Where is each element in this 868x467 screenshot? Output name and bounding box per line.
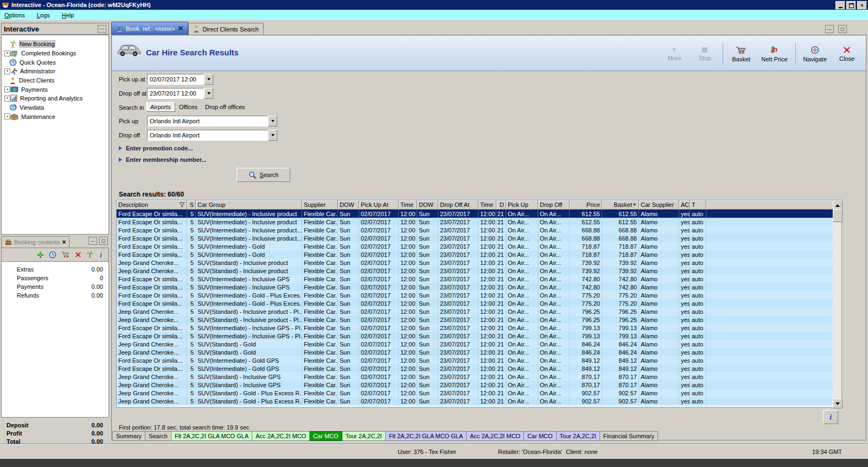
scrollbar-thumb[interactable] [833,209,843,222]
bottom-tab-car-mco[interactable]: Car MCO [524,431,556,441]
booking-panel-maximize-icon[interactable]: ▢ [99,237,108,245]
sidebar-item-viewdata[interactable]: Viewdata [2,103,108,112]
info-icon[interactable]: i [99,251,103,258]
dropoff-field[interactable]: Orlando Intl Airport [147,130,277,141]
table-row[interactable]: Ford Escape Or simila...5SUV(Intermediat… [117,299,833,307]
column-header-dow[interactable]: DOW [338,200,359,210]
table-row[interactable]: Jeep Grand Cheroke...5SUV(Standard) - In… [117,373,833,381]
minimize-button[interactable] [835,1,845,10]
column-header-price[interactable]: Price [570,200,602,210]
bottom-tab-car-mco[interactable]: Car MCO [310,431,342,441]
column-header-supplier[interactable]: Supplier [302,200,338,210]
column-header-s[interactable]: S [187,200,196,210]
search-in-tab-airports[interactable]: Airports [146,102,175,112]
table-row[interactable]: Ford Escape Or simila...5SUV(Intermediat… [117,210,833,218]
column-header-time[interactable]: Time [399,200,417,210]
quick-quote-icon[interactable] [49,251,56,258]
sidebar-item-payments[interactable]: +$Payments [2,85,108,94]
expand-icon[interactable]: + [4,51,10,56]
column-header-t[interactable]: T [690,200,706,210]
table-row[interactable]: Jeep Grand Cheroke...5SUV(Standard) - In… [117,315,833,324]
expand-icon[interactable]: + [4,68,10,74]
bottom-tab-tour-2a-2c-2i[interactable]: Tour 2A,2C,2I [342,431,386,441]
bottom-tab-flt-2a-2c-2i-gla-mco-gla[interactable]: Flt 2A,2C,2I GLA MCO GLA [171,431,252,441]
sidebar-item-quick-quotes[interactable]: Quick Quotes [2,58,108,67]
table-row[interactable]: Jeep Grand Cheroke...5SUV(Standard) - In… [117,258,833,267]
column-header-drop-off[interactable]: Drop Off [538,200,570,210]
table-row[interactable]: Jeep Grand Cheroke...5SUV(Standard) - Go… [117,340,833,348]
table-row[interactable]: Jeep Grand Cheroke...5SUV(Standard) - In… [117,381,833,389]
search-in-tab-offices[interactable]: Offices [175,103,201,111]
column-header-time[interactable]: Time [478,200,496,210]
booking-row-payments[interactable]: Payments0.00 [2,283,108,292]
promotion-code-link[interactable]: Enter promotion code... [119,145,193,152]
sidebar-item-administrator[interactable]: +Administrator [2,67,108,76]
menu-item-logs[interactable]: Logs [37,12,50,18]
expand-icon[interactable]: + [4,113,10,119]
vertical-scrollbar[interactable] [833,200,841,407]
table-row[interactable]: Ford Escape Or simila...5SUV(Intermediat… [117,324,833,332]
pickup-at-dropdown-icon[interactable] [204,74,213,85]
filter-icon[interactable] [179,202,185,207]
sidebar-item-direct-clients[interactable]: Direct Clients [2,76,108,85]
booking-row-passengers[interactable]: Passengers0 [2,275,108,283]
restore-button[interactable] [846,1,856,10]
sidebar-item-reporting-and-analytics[interactable]: +Reporting and Analytics [2,94,108,103]
booking-panel-minimize-icon[interactable]: — [88,237,97,245]
table-row[interactable]: Ford Escape Or simila...5SUV(Intermediat… [117,250,833,258]
table-row[interactable]: Jeep Grand Cheroke...5SUV(Standard) - Go… [117,389,833,397]
tab-direct-clients-search[interactable]: Direct Clients Search [188,23,263,35]
expand-icon[interactable]: + [4,96,10,102]
column-header-description[interactable]: Description [117,200,187,210]
membership-number-link[interactable]: Enter membership number... [119,156,207,163]
bottom-tab-search[interactable]: Search [145,431,171,441]
table-row[interactable]: Ford Escape Or simila...5SUV(Intermediat… [117,283,833,291]
tab-close-icon[interactable]: ✕ [178,24,184,33]
nett-price-button[interactable]: $Nett Price [759,46,789,62]
booking-contents-tab[interactable]: Booking contents × [1,236,69,248]
column-header-drop-off-at[interactable]: Drop Off At [438,200,478,210]
table-row[interactable]: Jeep Grand Cheroke...5SUV(Standard) - In… [117,267,833,275]
dropoff-at-dropdown-icon[interactable] [204,88,213,99]
column-header-d[interactable]: D [496,200,506,210]
info-button[interactable]: i [823,410,838,424]
tab-booking-ref[interactable]: Book. ref.: <none> ✕ [111,22,188,35]
search-button[interactable]: Search [237,168,290,182]
table-row[interactable]: Ford Escape Or simila...5SUV(Intermediat… [117,356,833,364]
pane-minimize-icon[interactable]: — [825,25,834,33]
table-row[interactable]: Jeep Grand Cheroke...5SUV(Standard) - Go… [117,348,833,356]
booking-row-refunds[interactable]: Refunds0.00 [2,292,108,301]
menu-item-help[interactable]: Help [62,12,74,18]
sidebar-item-maintenance[interactable]: +Maintenance [2,112,108,122]
pickup-dropdown-icon[interactable] [268,116,277,127]
booking-row-extras[interactable]: Extras0.00 [2,266,108,275]
bottom-tab-summary[interactable]: Summary [112,431,145,441]
bottom-tab-tour-2a-2c-2i[interactable]: Tour 2A,2C,2I [557,431,600,441]
bottom-tab-flt-2a-2c-2i-gla-mco-gla[interactable]: Flt 2A,2C,2I GLA MCO GLA [386,431,467,441]
sidebar-item-completed-bookings[interactable]: +Completed Bookings [2,49,108,58]
table-row[interactable]: Ford Escape Or simila...5SUV(Intermediat… [117,218,833,226]
delete-icon[interactable] [75,251,81,258]
basket-button[interactable]: Basket [729,46,754,62]
table-row[interactable]: Ford Escape Or simila...5SUV(Intermediat… [117,234,833,242]
bottom-tab-acc-2a-2c-2i-mco[interactable]: Acc 2A,2C,2I MCO [467,431,524,441]
table-row[interactable]: Jeep Grand Cheroke...5SUV(Standard) - In… [117,307,833,315]
dropoff-dropdown-icon[interactable] [268,130,277,141]
sidebar-item-new-booking[interactable]: New Booking [2,40,108,49]
bottom-tab-financial-summary[interactable]: Financial Summary [600,431,658,441]
pickup-field[interactable]: Orlando Intl Airport [147,116,277,127]
column-header-basket[interactable]: Basket [602,200,639,210]
search-in-tab-drop-off-offices[interactable]: Drop off offices [201,103,249,111]
scroll-down-icon[interactable] [833,399,843,408]
table-row[interactable]: Ford Escape Or simila...5SUV(Intermediat… [117,226,833,234]
table-row[interactable]: Jeep Grand Cheroke...5SUV(Standard) - Go… [117,397,833,405]
dropoff-at-field[interactable]: 23/07/2017 12:00 [147,88,213,99]
add-icon[interactable] [37,251,44,258]
close-window-button[interactable]: × [857,1,867,10]
pane-maximize-icon[interactable]: ▢ [838,25,847,33]
table-row[interactable]: Ford Escape Or simila...5SUV(Intermediat… [117,364,833,373]
column-header-car-supplier[interactable]: Car Supplier [639,200,679,210]
palm-tree-icon[interactable] [86,251,94,258]
column-header-dow[interactable]: DOW [417,200,438,210]
menu-item-options[interactable]: Options [4,12,25,18]
